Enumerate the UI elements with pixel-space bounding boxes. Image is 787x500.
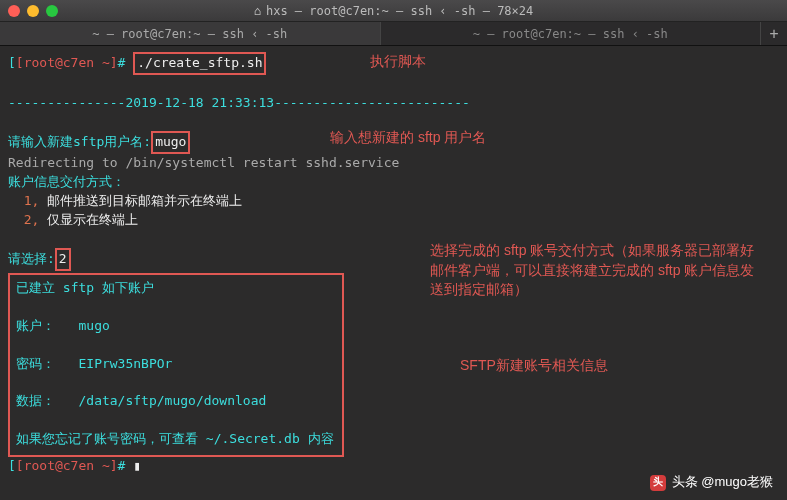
input-username-label: 请输入新建sftp用户名:: [8, 134, 151, 149]
divider-post: -------------------------: [274, 95, 470, 110]
home-icon: ⌂: [254, 4, 261, 18]
forgot-hint: 如果您忘记了账号密码，可查看 ~/.Secret.db 内容: [16, 431, 334, 446]
timestamp: 2019-12-18 21:33:13: [125, 95, 274, 110]
account-pwd-key: 密码：: [16, 356, 55, 371]
account-info-box: 已建立 sftp 如下账户 账户： mugo 密码： EIPrw35nBPOr …: [8, 273, 344, 457]
command: ./create_sftp.sh: [137, 55, 262, 70]
option2-text: 仅显示在终端上: [39, 212, 138, 227]
zoom-window-button[interactable]: [46, 5, 58, 17]
terminal-output[interactable]: [[root@c7en ~]# ./create_sftp.sh -------…: [0, 46, 787, 500]
account-pwd-value: EIPrw35nBPOr: [78, 356, 172, 371]
account-user-key: 账户：: [16, 318, 55, 333]
window-titlebar: ⌂ hxs — root@c7en:~ — ssh ‹ -sh — 78×24: [0, 0, 787, 22]
tab-bar: ~ — root@c7en:~ — ssh ‹ -sh ~ — root@c7e…: [0, 22, 787, 46]
annotation-delivery: 选择完成的 sftp 账号交付方式（如果服务器已部署好邮件客户端，可以直接将建立…: [430, 241, 765, 300]
tab-active[interactable]: ~ — root@c7en:~ — ssh ‹ -sh: [0, 22, 381, 45]
annotation-username: 输入想新建的 sftp 用户名: [330, 128, 486, 148]
new-tab-button[interactable]: +: [761, 22, 787, 45]
select-value: 2: [59, 251, 67, 266]
tab-inactive[interactable]: ~ — root@c7en:~ — ssh ‹ -sh: [381, 22, 762, 45]
account-header: 已建立 sftp 如下账户: [16, 280, 154, 295]
divider-pre: ---------------: [8, 95, 125, 110]
toutiao-logo-icon: 头: [650, 475, 666, 491]
prompt-user: [root@c7en ~]: [16, 55, 118, 70]
close-window-button[interactable]: [8, 5, 20, 17]
option1-num: 1,: [24, 193, 40, 208]
annotation-exec: 执行脚本: [370, 52, 426, 72]
option2-num: 2,: [24, 212, 40, 227]
prompt-user-end: [root@c7en ~]: [16, 458, 118, 473]
select-label: 请选择:: [8, 251, 55, 266]
account-user-value: mugo: [78, 318, 109, 333]
annotation-sftp-info: SFTP新建账号相关信息: [460, 356, 608, 376]
watermark-text: 头条 @mugo老猴: [672, 473, 773, 492]
account-data-key: 数据：: [16, 393, 55, 408]
account-data-value: /data/sftp/mugo/download: [78, 393, 266, 408]
input-username-value: mugo: [155, 134, 186, 149]
watermark: 头 头条 @mugo老猴: [650, 473, 773, 492]
window-title: hxs — root@c7en:~ — ssh ‹ -sh — 78×24: [266, 4, 533, 18]
redirect-line: Redirecting to /bin/systemctl restart ss…: [8, 155, 399, 170]
delivery-header: 账户信息交付方式：: [8, 174, 125, 189]
option1-text: 邮件推送到目标邮箱并示在终端上: [39, 193, 242, 208]
minimize-window-button[interactable]: [27, 5, 39, 17]
